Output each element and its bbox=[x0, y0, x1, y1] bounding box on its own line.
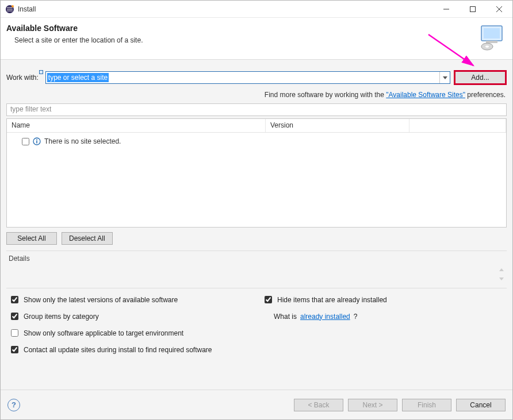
svg-point-7 bbox=[485, 45, 489, 48]
chevron-down-icon[interactable] bbox=[439, 72, 450, 83]
info-icon bbox=[33, 137, 41, 145]
field-assist-icon bbox=[39, 70, 43, 74]
wizard-header: Available Software Select a site or ente… bbox=[1, 18, 512, 60]
work-with-combo[interactable]: type or select a site bbox=[45, 71, 450, 84]
help-icon[interactable]: ? bbox=[7, 399, 20, 411]
software-table: Name Version There is no site selected. bbox=[6, 118, 507, 228]
selection-buttons: Select All Deselect All bbox=[6, 232, 507, 245]
already-installed-link[interactable]: already installed bbox=[300, 313, 350, 321]
row-message: There is no site selected. bbox=[44, 137, 121, 145]
svg-rect-9 bbox=[36, 141, 37, 144]
svg-rect-4 bbox=[484, 28, 500, 38]
chevron-up-icon[interactable] bbox=[497, 266, 506, 273]
next-button[interactable]: Next > bbox=[348, 399, 397, 411]
table-body[interactable]: There is no site selected. bbox=[7, 133, 506, 227]
titlebar: Install bbox=[1, 1, 512, 18]
table-header: Name Version bbox=[7, 119, 506, 133]
chevron-down-icon[interactable] bbox=[497, 275, 506, 282]
svg-point-1 bbox=[12, 5, 14, 7]
option-latest-only[interactable]: Show only the latest versions of availab… bbox=[9, 294, 251, 305]
close-button[interactable] bbox=[486, 1, 512, 18]
work-with-label: Work with: bbox=[6, 74, 42, 82]
install-wizard-icon bbox=[478, 24, 506, 51]
checkbox-contact-all[interactable] bbox=[11, 346, 18, 353]
option-hide-installed[interactable]: Hide items that are already installed bbox=[262, 294, 504, 305]
wizard-footer: ? < Back Next > Finish Cancel bbox=[1, 390, 512, 419]
work-with-placeholder: type or select a site bbox=[47, 73, 109, 82]
details-scroll[interactable] bbox=[497, 266, 506, 282]
svg-rect-10 bbox=[36, 139, 37, 140]
option-group-category[interactable]: Group items by category bbox=[9, 311, 251, 322]
window-title: Install bbox=[18, 5, 36, 13]
wizard-body: Work with: type or select a site Add... … bbox=[1, 60, 512, 390]
table-row[interactable]: There is no site selected. bbox=[12, 136, 501, 147]
select-all-button[interactable]: Select All bbox=[6, 232, 57, 245]
column-name[interactable]: Name bbox=[7, 119, 266, 132]
back-button[interactable]: < Back bbox=[294, 399, 343, 411]
minimize-button[interactable] bbox=[433, 1, 460, 18]
details-section: Details bbox=[6, 251, 507, 284]
separator bbox=[6, 288, 507, 288]
column-version[interactable]: Version bbox=[266, 119, 409, 132]
options-grid: Show only the latest versions of availab… bbox=[6, 294, 507, 361]
maximize-button[interactable] bbox=[460, 1, 486, 18]
page-subtitle: Select a site or enter the location of a… bbox=[6, 36, 473, 44]
cancel-button[interactable]: Cancel bbox=[456, 399, 506, 411]
eclipse-icon bbox=[5, 5, 14, 14]
filter-input[interactable]: type filter text bbox=[6, 103, 507, 116]
finish-button[interactable]: Finish bbox=[402, 399, 451, 411]
add-button[interactable]: Add... bbox=[454, 70, 507, 85]
checkbox-latest-only[interactable] bbox=[11, 296, 18, 303]
details-text[interactable] bbox=[6, 265, 507, 284]
checkbox-group-category[interactable] bbox=[11, 313, 18, 320]
checkbox-target-env[interactable] bbox=[11, 329, 18, 337]
install-dialog: Install Available Software Select a site… bbox=[0, 0, 513, 420]
details-label: Details bbox=[6, 253, 507, 265]
deselect-all-button[interactable]: Deselect All bbox=[62, 232, 113, 245]
work-with-input[interactable]: type or select a site bbox=[46, 72, 439, 83]
available-software-sites-link[interactable]: "Available Software Sites" bbox=[386, 91, 465, 99]
what-is-installed: What is already installed? bbox=[262, 311, 504, 322]
option-target-env[interactable]: Show only software applicable to target … bbox=[9, 327, 251, 338]
page-title: Available Software bbox=[6, 24, 473, 33]
work-with-row: Work with: type or select a site Add... bbox=[6, 70, 507, 85]
row-checkbox[interactable] bbox=[22, 138, 29, 145]
option-contact-all[interactable]: Contact all update sites during install … bbox=[9, 344, 504, 355]
checkbox-hide-installed[interactable] bbox=[265, 296, 272, 303]
svg-rect-2 bbox=[470, 6, 476, 11]
sites-hint: Find more software by working with the "… bbox=[6, 91, 506, 99]
svg-rect-5 bbox=[486, 41, 497, 43]
